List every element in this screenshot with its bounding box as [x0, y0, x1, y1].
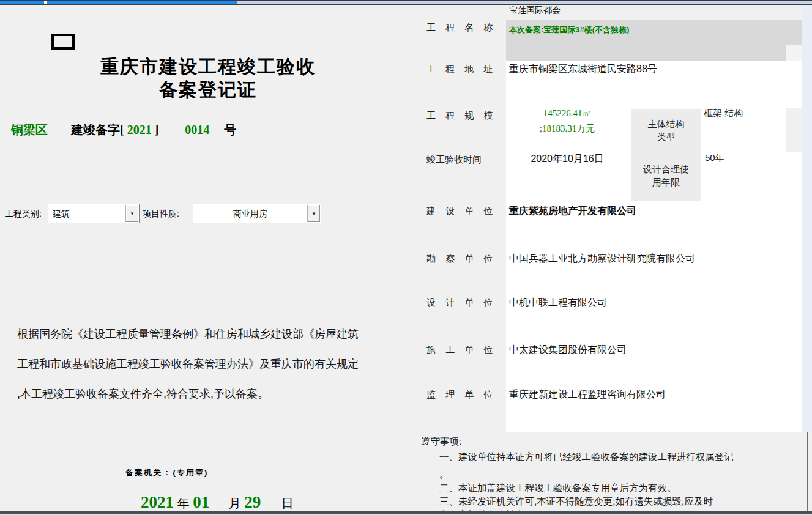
design-life-label-line1: 设计合理使	[631, 163, 701, 176]
category-dropdown-button[interactable]: ▼	[125, 205, 138, 222]
builder-unit-value: 重庆紫苑房地产开发有限公司	[509, 205, 636, 218]
filing-statement: 根据国务院《建设工程质量管理条例》和住房和城乡建设部《房屋建筑 工程和市政基础设…	[17, 319, 392, 409]
structure-type-label-line2: 类型	[631, 130, 701, 143]
certificate-title-line1: 重庆市建设工程竣工验收	[37, 55, 379, 78]
supervision-unit-value: 重庆建新建设工程监理咨询有限公司	[509, 388, 666, 401]
supervision-unit-label: 监 理 单 位	[426, 389, 506, 401]
registration-number-line: 铜梁区 建竣备字[ 2021 ] 0014 号	[11, 122, 236, 138]
completion-time-value: 2020年10月16日	[506, 153, 628, 166]
right-border-line	[807, 432, 808, 515]
design-life-value: 50年	[705, 152, 724, 164]
year-unit: 年	[174, 495, 193, 512]
design-unit-label: 设 计 单 位	[426, 297, 506, 309]
reg-serial: 0014	[185, 123, 209, 137]
statement-line3: ,本工程竣工验收备案文件齐全,符合要求,予以备案。	[17, 379, 392, 409]
chevron-down-icon: ▼	[130, 211, 135, 217]
notes-item1: 一、建设单位持本证方可将已经竣工验收备案的建设工程进行权属登记	[439, 451, 734, 464]
right-margin-area	[802, 5, 812, 432]
top-bar-tick	[44, 1, 47, 4]
reg-prefix: 建竣备字[	[71, 122, 127, 138]
project-nature-value: 商业用房	[193, 209, 307, 220]
scale-area-value: 145226.41㎡	[506, 106, 628, 121]
notes-item2: 二、本证加盖建设工程竣工验收备案专用章后方为有效。	[439, 482, 677, 495]
project-nature-label: 项目性质:	[143, 209, 179, 220]
certificate-title-line2: 备案登记证	[37, 78, 379, 102]
construction-unit-value: 中太建设集团股份有限公司	[509, 344, 627, 357]
project-scale-label: 工 程 规 模	[426, 110, 506, 122]
registration-certificate-window: 重庆市建设工程竣工验收 备案登记证 铜梁区 建竣备字[ 2021 ] 0014 …	[0, 0, 812, 515]
project-overall-title: 宝莲国际都会	[509, 5, 561, 16]
design-life-label: 设计合理使 用年限	[631, 163, 701, 188]
completion-time-label: 竣工验收时间	[426, 154, 506, 166]
issue-date-line: 2021 年 01 月 29 日	[141, 493, 294, 512]
issuing-authority-label: 备案机关 : (专用章)	[125, 467, 208, 478]
issue-day: 29	[244, 493, 261, 512]
builder-unit-label: 建 设 单 位	[426, 206, 506, 217]
name-box-notch	[786, 45, 802, 61]
project-scale-value: 145226.41㎡ ;18183.31万元	[506, 106, 628, 136]
project-category-select[interactable]: 建筑 ▼	[48, 204, 140, 223]
top-progress-segment	[0, 1, 237, 4]
project-address-value: 重庆市铜梁区东城街道民安路88号	[509, 63, 657, 76]
statement-line1: 根据国务院《建设工程质量管理条例》和住房和城乡建设部《房屋建筑	[17, 319, 392, 349]
chevron-down-icon: ▼	[311, 211, 316, 217]
construction-unit-label: 施 工 单 位	[426, 344, 506, 356]
right-gray-strip	[786, 108, 802, 152]
issue-year: 2021	[141, 493, 174, 512]
district-name: 铜梁区	[11, 122, 48, 138]
day-unit: 日	[278, 495, 294, 512]
reg-close-bracket: ]	[152, 123, 159, 137]
scale-cost-value: ;18183.31万元	[506, 121, 628, 136]
design-unit-value: 中机中联工程有限公司	[509, 297, 607, 309]
notes-item3: 三、未经发证机关许可,本证不得随意变更;如有遗失或损毁,应及时	[439, 495, 713, 508]
project-nature-select[interactable]: 商业用房 ▼	[193, 204, 321, 223]
certificate-title: 重庆市建设工程竣工验收 备案登记证	[37, 55, 379, 102]
nature-dropdown-button[interactable]: ▼	[307, 205, 320, 222]
project-category-label: 工程类别:	[5, 209, 42, 220]
form-value-panel	[506, 20, 802, 432]
structure-type-value: 框架 结构	[704, 108, 743, 119]
issue-month: 01	[193, 493, 209, 512]
survey-unit-label: 勘 察 单 位	[426, 253, 506, 265]
structure-type-label: 主体结构 类型	[631, 117, 701, 143]
structure-type-label-line1: 主体结构	[631, 117, 701, 130]
design-life-label-line2: 用年限	[631, 176, 701, 188]
project-category-value: 建筑	[53, 209, 70, 220]
stamp-placeholder-box	[51, 34, 75, 50]
reg-year: 2021	[127, 123, 152, 137]
statement-line2: 工程和市政基础设施工程竣工验收备案管理办法》及重庆市的有关规定	[17, 349, 392, 379]
project-name-value: 本次备案:宝莲国际3#楼(不含独栋)	[509, 24, 629, 35]
project-name-label: 工 程 名 称	[426, 22, 506, 34]
notes-item1-tail: 。	[439, 469, 449, 481]
project-address-label: 工 程 地 址	[426, 64, 506, 75]
survey-unit-value: 中国兵器工业北方勘察设计研究院有限公司	[509, 253, 695, 265]
reg-suffix: 号	[224, 122, 236, 138]
notes-heading: 遵守事项:	[421, 435, 461, 448]
month-unit: 月	[225, 495, 244, 512]
